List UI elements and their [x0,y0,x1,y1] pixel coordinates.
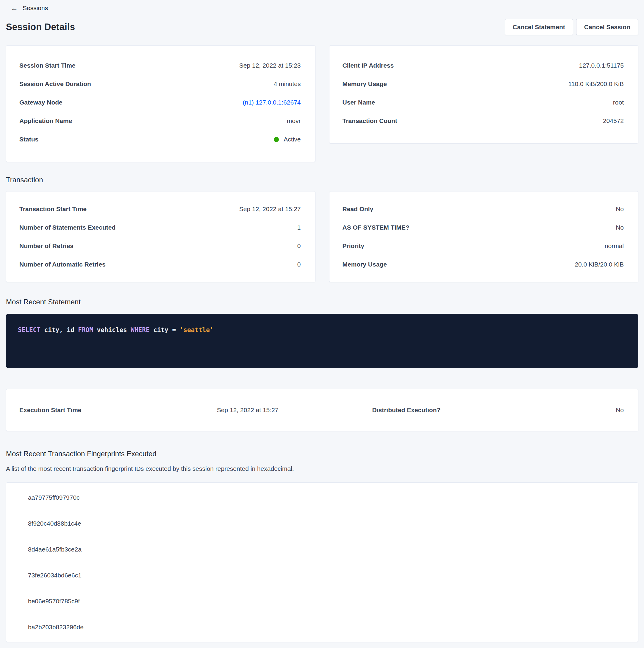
detail-value: No [616,224,624,231]
header-row: Session Details Cancel Statement Cancel … [6,19,638,35]
transaction-right-card: Read Only No AS OF SYSTEM TIME? No Prior… [329,191,639,282]
fingerprint-list-item: ba2b203b823296de [6,614,638,640]
gateway-node-link[interactable]: (n1) 127.0.0.1:62674 [243,99,301,106]
detail-row: Priority normal [343,237,624,255]
fingerprint-list-item: be06e9570f785c9f [6,588,638,614]
page-title: Session Details [6,22,75,33]
detail-row: Number of Automatic Retries 0 [19,255,301,274]
detail-row: Number of Statements Executed 1 [19,218,301,237]
detail-value: Sep 12, 2022 at 15:27 [239,206,301,213]
topbar: ← Sessions [6,4,638,12]
sql-keyword: WHERE [131,326,150,333]
detail-row: AS OF SYSTEM TIME? No [343,218,624,237]
detail-label: Gateway Node [19,99,62,106]
distributed-execution-group: Distributed Execution? No [322,407,624,414]
detail-value: No [616,206,624,213]
session-overview-cards: Session Start Time Sep 12, 2022 at 15:23… [6,45,638,162]
cancel-statement-button[interactable]: Cancel Statement [505,19,573,35]
detail-value: 20.0 KiB/20.0 KiB [575,261,624,268]
header-buttons: Cancel Statement Cancel Session [505,19,638,35]
status-label: Active [284,136,301,143]
detail-row: Client IP Address 127.0.0.1:51175 [343,56,624,75]
detail-label: AS OF SYSTEM TIME? [343,224,409,231]
detail-row: Transaction Start Time Sep 12, 2022 at 1… [19,200,301,218]
detail-row: User Name root [343,93,624,112]
cancel-session-button[interactable]: Cancel Session [576,19,638,35]
detail-row: Memory Usage 20.0 KiB/20.0 KiB [343,255,624,274]
detail-value: root [613,99,624,106]
sql-text: vehicles [93,326,131,333]
detail-label: Status [19,136,39,143]
execution-card: Execution Start Time Sep 12, 2022 at 15:… [6,389,638,431]
detail-label: Execution Start Time [19,407,81,414]
detail-label: Memory Usage [343,80,387,88]
detail-value: 1 [297,224,301,231]
transaction-left-card: Transaction Start Time Sep 12, 2022 at 1… [6,191,315,282]
detail-value: movr [287,117,301,124]
detail-row: Status Active [19,130,301,149]
sql-string-literal: 'seattle' [180,326,214,333]
fingerprint-list-item: 73fe26034bd6e6c1 [6,562,638,588]
detail-label: Distributed Execution? [372,407,441,414]
detail-row: Gateway Node (n1) 127.0.0.1:62674 [19,93,301,112]
detail-label: Session Start Time [19,62,75,69]
detail-label: Memory Usage [343,261,387,268]
fingerprint-list-item: 8d4ae61a5fb3ce2a [6,536,638,562]
detail-row: Number of Retries 0 [19,237,301,255]
session-details-page: ← Sessions Session Details Cancel Statem… [0,0,644,642]
detail-label: Read Only [343,206,373,213]
transaction-cards: Transaction Start Time Sep 12, 2022 at 1… [6,191,638,282]
back-link-label: Sessions [22,4,48,12]
sql-keyword: SELECT [18,326,41,333]
detail-value: normal [605,242,624,250]
detail-row: Session Active Duration 4 minutes [19,75,301,93]
detail-label: Number of Automatic Retries [19,261,106,268]
detail-row: Session Start Time Sep 12, 2022 at 15:23 [19,56,301,75]
sql-text: city = [150,326,180,333]
sql-statement-code-block: SELECT city, id FROM vehicles WHERE city… [6,314,638,368]
fingerprint-list-item: 8f920c40d88b1c4e [6,510,638,536]
sql-text: city, id [41,326,78,333]
fingerprints-description: A list of the most recent transaction fi… [6,465,638,472]
detail-label: Application Name [19,117,72,124]
detail-value: Sep 12, 2022 at 15:23 [239,62,301,69]
fingerprints-card: aa79775ff097970c 8f920c40d88b1c4e 8d4ae6… [6,482,638,642]
detail-label: Number of Statements Executed [19,224,115,231]
execution-start-group: Execution Start Time Sep 12, 2022 at 15:… [19,407,322,414]
detail-row: Read Only No [343,200,624,218]
detail-label: Number of Retries [19,242,73,250]
back-arrow-icon: ← [11,4,18,12]
detail-value: 127.0.0.1:51175 [579,62,624,69]
detail-label: Transaction Start Time [19,206,86,213]
status-active-dot-icon [274,137,279,142]
sql-keyword: FROM [78,326,93,333]
status-badge: Active [274,136,301,143]
detail-label: Priority [343,242,364,250]
fingerprint-list-item: aa79775ff097970c [6,485,638,510]
detail-value: 4 minutes [274,80,301,88]
detail-value: 0 [297,261,301,268]
statement-section-title: Most Recent Statement [6,298,638,306]
detail-value: 0 [297,242,301,250]
detail-label: Client IP Address [343,62,394,69]
detail-value: No [616,407,624,414]
session-overview-right-card: Client IP Address 127.0.0.1:51175 Memory… [329,45,639,144]
detail-value: 204572 [603,117,624,124]
detail-row: Application Name movr [19,112,301,130]
detail-row: Memory Usage 110.0 KiB/200.0 KiB [343,75,624,93]
detail-label: User Name [343,99,375,106]
detail-value: 110.0 KiB/200.0 KiB [569,80,624,88]
detail-label: Transaction Count [343,117,397,124]
detail-label: Session Active Duration [19,80,91,88]
session-overview-left-card: Session Start Time Sep 12, 2022 at 15:23… [6,45,315,162]
detail-row: Transaction Count 204572 [343,112,624,130]
fingerprints-section-title: Most Recent Transaction Fingerprints Exe… [6,450,638,458]
detail-value: Sep 12, 2022 at 15:27 [217,407,279,414]
sessions-back-link[interactable]: ← Sessions [11,4,48,12]
transaction-section-title: Transaction [6,176,638,184]
